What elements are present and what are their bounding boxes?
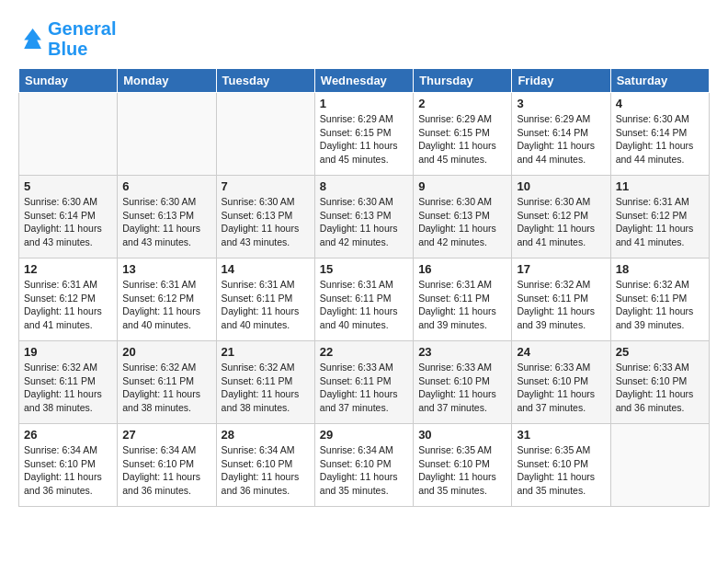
day-number: 4 (616, 97, 704, 110)
day-number: 15 (320, 262, 408, 276)
day-cell: 7Sunrise: 6:30 AM Sunset: 6:13 PM Daylig… (216, 176, 314, 259)
day-header-tuesday: Tuesday (216, 69, 314, 93)
day-cell: 23Sunrise: 6:33 AM Sunset: 6:10 PM Dayli… (414, 341, 512, 424)
day-info: Sunrise: 6:32 AM Sunset: 6:11 PM Dayligh… (24, 361, 112, 415)
day-info: Sunrise: 6:31 AM Sunset: 6:11 PM Dayligh… (320, 278, 408, 332)
day-number: 9 (418, 179, 506, 193)
day-number: 20 (122, 345, 210, 359)
calendar-table: SundayMondayTuesdayWednesdayThursdayFrid… (18, 68, 710, 507)
day-number: 27 (122, 428, 210, 442)
day-number: 24 (517, 345, 605, 359)
day-cell: 9Sunrise: 6:30 AM Sunset: 6:13 PM Daylig… (414, 176, 512, 259)
day-number: 17 (517, 262, 605, 276)
week-row-4: 19Sunrise: 6:32 AM Sunset: 6:11 PM Dayli… (19, 341, 710, 424)
day-info: Sunrise: 6:35 AM Sunset: 6:10 PM Dayligh… (517, 443, 605, 498)
day-cell: 25Sunrise: 6:33 AM Sunset: 6:10 PM Dayli… (610, 341, 709, 424)
day-number: 3 (517, 97, 605, 110)
day-number: 14 (222, 262, 310, 276)
day-info: Sunrise: 6:29 AM Sunset: 6:15 PM Dayligh… (320, 112, 408, 167)
day-cell: 24Sunrise: 6:33 AM Sunset: 6:10 PM Dayli… (512, 341, 610, 424)
day-info: Sunrise: 6:30 AM Sunset: 6:13 PM Dayligh… (418, 195, 506, 249)
day-cell: 19Sunrise: 6:32 AM Sunset: 6:11 PM Dayli… (19, 341, 118, 424)
day-header-wednesday: Wednesday (314, 69, 413, 93)
day-cell: 16Sunrise: 6:31 AM Sunset: 6:11 PM Dayli… (414, 259, 512, 341)
day-number: 31 (517, 428, 605, 442)
day-info: Sunrise: 6:30 AM Sunset: 6:14 PM Dayligh… (24, 195, 112, 249)
day-cell: 18Sunrise: 6:32 AM Sunset: 6:11 PM Dayli… (610, 259, 709, 341)
week-row-5: 26Sunrise: 6:34 AM Sunset: 6:10 PM Dayli… (19, 424, 710, 507)
day-cell: 10Sunrise: 6:30 AM Sunset: 6:12 PM Dayli… (512, 176, 610, 259)
day-cell: 8Sunrise: 6:30 AM Sunset: 6:13 PM Daylig… (314, 176, 413, 259)
day-cell: 31Sunrise: 6:35 AM Sunset: 6:10 PM Dayli… (512, 424, 610, 507)
page-header: General Blue (18, 18, 710, 59)
logo: General Blue (18, 18, 116, 59)
day-cell: 26Sunrise: 6:34 AM Sunset: 6:10 PM Dayli… (19, 424, 118, 507)
day-number: 5 (24, 179, 112, 193)
day-info: Sunrise: 6:33 AM Sunset: 6:10 PM Dayligh… (418, 361, 506, 415)
day-cell: 6Sunrise: 6:30 AM Sunset: 6:13 PM Daylig… (118, 176, 216, 259)
day-number: 10 (517, 179, 605, 193)
day-info: Sunrise: 6:33 AM Sunset: 6:11 PM Dayligh… (320, 361, 408, 415)
day-info: Sunrise: 6:32 AM Sunset: 6:11 PM Dayligh… (517, 278, 605, 332)
day-number: 11 (616, 179, 704, 193)
day-number: 18 (616, 262, 704, 276)
day-number: 26 (24, 428, 112, 442)
day-info: Sunrise: 6:32 AM Sunset: 6:11 PM Dayligh… (222, 361, 310, 415)
day-cell: 14Sunrise: 6:31 AM Sunset: 6:11 PM Dayli… (216, 259, 314, 341)
day-cell: 1Sunrise: 6:29 AM Sunset: 6:15 PM Daylig… (314, 93, 413, 176)
day-number: 23 (418, 345, 506, 359)
day-number: 19 (24, 345, 112, 359)
day-header-thursday: Thursday (414, 69, 512, 93)
day-info: Sunrise: 6:34 AM Sunset: 6:10 PM Dayligh… (24, 443, 112, 498)
day-cell: 28Sunrise: 6:34 AM Sunset: 6:10 PM Dayli… (216, 424, 314, 507)
day-cell: 17Sunrise: 6:32 AM Sunset: 6:11 PM Dayli… (512, 259, 610, 341)
day-info: Sunrise: 6:30 AM Sunset: 6:13 PM Dayligh… (122, 195, 210, 249)
day-cell: 5Sunrise: 6:30 AM Sunset: 6:14 PM Daylig… (19, 176, 118, 259)
day-cell: 13Sunrise: 6:31 AM Sunset: 6:12 PM Dayli… (118, 259, 216, 341)
day-info: Sunrise: 6:31 AM Sunset: 6:12 PM Dayligh… (24, 278, 112, 332)
day-number: 30 (418, 428, 506, 442)
day-info: Sunrise: 6:31 AM Sunset: 6:12 PM Dayligh… (122, 278, 210, 332)
day-cell: 4Sunrise: 6:30 AM Sunset: 6:14 PM Daylig… (610, 93, 709, 176)
day-number: 7 (222, 179, 310, 193)
day-cell: 12Sunrise: 6:31 AM Sunset: 6:12 PM Dayli… (19, 259, 118, 341)
day-cell (216, 93, 314, 176)
day-info: Sunrise: 6:33 AM Sunset: 6:10 PM Dayligh… (616, 361, 704, 415)
svg-marker-0 (24, 29, 41, 49)
day-info: Sunrise: 6:34 AM Sunset: 6:10 PM Dayligh… (320, 443, 408, 498)
day-header-sunday: Sunday (19, 69, 118, 93)
day-header-monday: Monday (118, 69, 216, 93)
day-number: 22 (320, 345, 408, 359)
day-info: Sunrise: 6:32 AM Sunset: 6:11 PM Dayligh… (122, 361, 210, 415)
day-info: Sunrise: 6:31 AM Sunset: 6:11 PM Dayligh… (418, 278, 506, 332)
day-info: Sunrise: 6:30 AM Sunset: 6:13 PM Dayligh… (222, 195, 310, 249)
day-header-friday: Friday (512, 69, 610, 93)
day-info: Sunrise: 6:33 AM Sunset: 6:10 PM Dayligh… (517, 361, 605, 415)
day-number: 29 (320, 428, 408, 442)
day-number: 1 (320, 97, 408, 110)
day-info: Sunrise: 6:30 AM Sunset: 6:14 PM Dayligh… (616, 112, 704, 167)
day-info: Sunrise: 6:29 AM Sunset: 6:15 PM Dayligh… (418, 112, 506, 167)
day-info: Sunrise: 6:30 AM Sunset: 6:12 PM Dayligh… (517, 195, 605, 249)
day-number: 13 (122, 262, 210, 276)
logo-text: General Blue (48, 18, 116, 59)
day-info: Sunrise: 6:31 AM Sunset: 6:11 PM Dayligh… (222, 278, 310, 332)
day-cell: 21Sunrise: 6:32 AM Sunset: 6:11 PM Dayli… (216, 341, 314, 424)
logo-icon (18, 26, 44, 52)
day-number: 8 (320, 179, 408, 193)
day-cell: 29Sunrise: 6:34 AM Sunset: 6:10 PM Dayli… (314, 424, 413, 507)
day-number: 16 (418, 262, 506, 276)
day-cell: 27Sunrise: 6:34 AM Sunset: 6:10 PM Dayli… (118, 424, 216, 507)
day-header-saturday: Saturday (610, 69, 709, 93)
day-cell (118, 93, 216, 176)
day-cell: 15Sunrise: 6:31 AM Sunset: 6:11 PM Dayli… (314, 259, 413, 341)
week-row-2: 5Sunrise: 6:30 AM Sunset: 6:14 PM Daylig… (19, 176, 710, 259)
day-info: Sunrise: 6:30 AM Sunset: 6:13 PM Dayligh… (320, 195, 408, 249)
week-row-1: 1Sunrise: 6:29 AM Sunset: 6:15 PM Daylig… (19, 93, 710, 176)
day-number: 12 (24, 262, 112, 276)
day-number: 2 (418, 97, 506, 110)
day-number: 25 (616, 345, 704, 359)
day-number: 28 (222, 428, 310, 442)
day-info: Sunrise: 6:32 AM Sunset: 6:11 PM Dayligh… (616, 278, 704, 332)
day-cell: 30Sunrise: 6:35 AM Sunset: 6:10 PM Dayli… (414, 424, 512, 507)
